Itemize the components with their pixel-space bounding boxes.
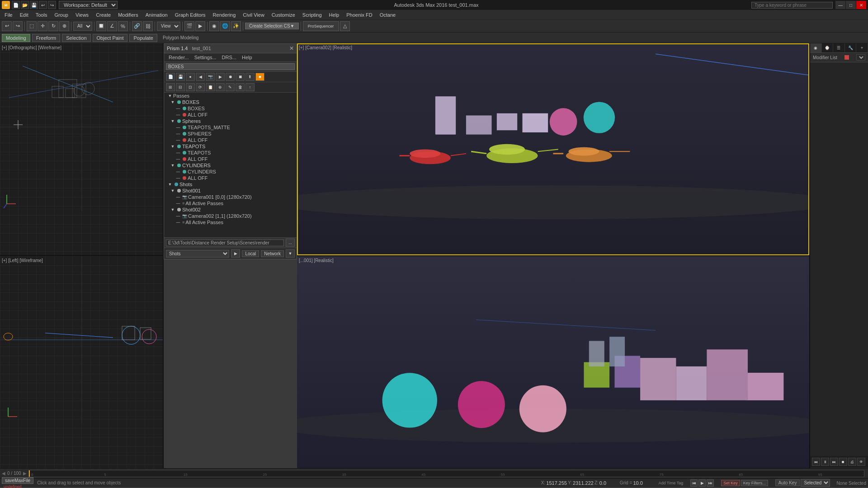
viewport-top-left[interactable]: [+] [Orthographic] [Wireframe] — [0, 43, 163, 256]
snap-toggle[interactable]: 🔲 — [96, 21, 106, 31]
create-selection-dropdown[interactable]: Create Selection CS▼ — [245, 23, 299, 29]
prev-frame-btn[interactable]: ⏮ — [690, 479, 698, 487]
props-tab-hierarchy[interactable]: ☰ — [833, 43, 845, 52]
expand-boxes-icon[interactable]: ▼ — [170, 100, 176, 104]
tab-freeform[interactable]: Freeform — [32, 34, 61, 42]
tree-teapots-alloff[interactable]: — ALL OFF — [164, 156, 297, 162]
pause-btn[interactable]: ⏸ — [821, 458, 829, 466]
save-btn[interactable]: 💾 — [30, 1, 38, 9]
tab-selection[interactable]: Selection — [62, 34, 90, 42]
extra-tool1[interactable]: △ — [340, 21, 350, 31]
tab-populate[interactable]: Populate — [129, 34, 157, 42]
viewport-bottomright-label[interactable]: [...001] [Realistic] — [299, 258, 334, 263]
tree-allactivepasses1[interactable]: — ≡ All Active Passes — [164, 200, 297, 206]
key-filters-btn[interactable]: Key Filters... — [741, 480, 768, 486]
prism-icon-save[interactable]: 💾 — [176, 73, 185, 81]
record-btn[interactable]: ⏺ — [839, 458, 847, 466]
move-tool[interactable]: ✛ — [38, 21, 47, 31]
viewport-top-right[interactable]: [+] [Camera002] [Realistic] — [297, 43, 809, 256]
menu-file[interactable]: File — [1, 11, 16, 19]
prism-icon-color[interactable]: ■ — [255, 73, 264, 81]
prism-icon-prev[interactable]: ◀ — [196, 73, 205, 81]
forward-btn[interactable]: ⏭ — [830, 458, 838, 466]
menu-tools[interactable]: Tools — [32, 11, 51, 19]
props-tab-utilities[interactable]: 🔧 — [845, 43, 857, 52]
undo-tool[interactable]: ↩ — [2, 21, 12, 31]
selected-dropdown[interactable]: Selected — [801, 479, 830, 487]
link-tool[interactable]: 🔗 — [132, 21, 142, 31]
viewport-bottom-right[interactable]: [...001] [Realistic] — [297, 256, 809, 468]
print-btn[interactable]: 🖨 — [848, 458, 856, 466]
selection-filter-dropdown[interactable]: All — [73, 22, 92, 31]
menu-animation[interactable]: Animation — [142, 11, 171, 19]
tab-modeling[interactable]: Modeling — [2, 34, 30, 42]
workspace-dropdown[interactable]: Workspace: Default — [59, 1, 118, 9]
environment[interactable]: 🌐 — [220, 21, 230, 31]
prism-search-input[interactable] — [166, 63, 295, 70]
tree-spheres-alloff[interactable]: — ALL OFF — [164, 137, 297, 143]
prism-icon2-f[interactable]: ⊕ — [216, 83, 225, 91]
timeline-prev-btn[interactable]: ◀ — [2, 471, 5, 476]
prism-icon2-h[interactable]: 🗑 — [236, 83, 245, 91]
menu-customize[interactable]: Customize — [268, 11, 299, 19]
maximize-btn[interactable]: □ — [846, 1, 856, 9]
percent-snap[interactable]: % — [118, 21, 128, 31]
play-btn[interactable]: ▶ — [698, 479, 706, 487]
tree-teapots-item[interactable]: — TEAPOTS — [164, 150, 297, 156]
prism-icon2-d[interactable]: ⟳ — [196, 83, 205, 91]
prism-icon-rec[interactable]: ⏺ — [226, 73, 235, 81]
set-key-btn[interactable]: Set Key — [721, 480, 740, 486]
prism-shots-select[interactable]: Shots — [166, 250, 229, 258]
tree-passes-root[interactable]: ▼ Passes — [164, 93, 297, 99]
prism-menu-help[interactable]: Help — [239, 54, 255, 61]
tree-camera001[interactable]: — 📷 Camera001 [0,0] (1280x720) — [164, 194, 297, 200]
prism-icon-stop[interactable]: ⏹ — [236, 73, 245, 81]
search-input[interactable] — [751, 2, 833, 9]
redo-btn[interactable]: ↪ — [48, 1, 56, 9]
prism-icon2-a[interactable]: ⊞ — [166, 83, 175, 91]
select-tool[interactable]: ⬚ — [27, 21, 37, 31]
open-btn[interactable]: 📂 — [21, 1, 29, 9]
tree-cylinders-item[interactable]: — CYLINDERS — [164, 169, 297, 175]
tree-boxes-folder[interactable]: ▼ BOXES — [164, 99, 297, 105]
tree-shot002[interactable]: ▼ Shot002 — [164, 206, 297, 213]
expand-teapots-icon[interactable]: ▼ — [170, 144, 176, 149]
tree-boxes-alloff[interactable]: — ALL OFF — [164, 112, 297, 118]
prism-icon-circle[interactable]: ● — [186, 73, 195, 81]
menu-phoenixfd[interactable]: Phoenix FD — [343, 11, 376, 19]
new-btn[interactable]: 📄 — [12, 1, 20, 9]
tree-shots-folder[interactable]: ▼ Shots — [164, 181, 297, 188]
undo-btn[interactable]: ↩ — [39, 1, 47, 9]
menu-help[interactable]: Help — [326, 11, 343, 19]
tree-spheres-folder[interactable]: ▼ Spheres — [164, 118, 297, 124]
prism-path-input[interactable] — [166, 239, 284, 246]
viewport-bottomleft-label[interactable]: [+] [Left] [Wireframe] — [2, 258, 43, 263]
prism-local-btn[interactable]: Local — [242, 250, 259, 257]
prism-menu-drs[interactable]: DRS... — [219, 54, 239, 61]
angle-snap[interactable]: ∠ — [107, 21, 117, 31]
tree-allactivepasses2[interactable]: — ≡ All Active Passes — [164, 219, 297, 225]
prism-icon2-e[interactable]: 📋 — [206, 83, 215, 91]
menu-civil-view[interactable]: Civil View — [239, 11, 268, 19]
tab-object-paint[interactable]: Object Paint — [93, 34, 128, 42]
tree-spheres-item[interactable]: — SPHERES — [164, 131, 297, 137]
menu-graph-editors[interactable]: Graph Editors — [171, 11, 209, 19]
menu-create[interactable]: Create — [92, 11, 114, 19]
prism-extra-btn[interactable]: ▼ — [286, 249, 295, 258]
modifier-list-dropdown[interactable]: ▼ — [856, 54, 865, 61]
tree-cylinders-folder[interactable]: ▼ CYLINDERS — [164, 162, 297, 169]
z-value[interactable]: 0.0 — [599, 480, 615, 486]
timeline-next-btn[interactable]: ▶ — [23, 471, 27, 476]
tree-camera002[interactable]: — 📷 Camera002 [1,1] (1280x720) — [164, 213, 297, 219]
props-tab-motion[interactable]: ⌚ — [822, 43, 834, 52]
expand-passes-icon[interactable]: ▼ — [167, 94, 173, 98]
render-setup[interactable]: 🎬 — [184, 21, 194, 31]
prism-icon-cam[interactable]: 📷 — [206, 73, 215, 81]
unlink-tool[interactable]: ⛓ — [143, 21, 153, 31]
preview-btn[interactable]: 👁 — [857, 458, 865, 466]
menu-modifiers[interactable]: Modifiers — [114, 11, 142, 19]
menu-rendering[interactable]: Rendering — [209, 11, 240, 19]
menu-group[interactable]: Group — [51, 11, 72, 19]
expand-cylinders-icon[interactable]: ▼ — [170, 163, 176, 168]
timeline-track[interactable]: 0 5 15 25 35 45 55 65 75 85 95 — [28, 470, 864, 477]
